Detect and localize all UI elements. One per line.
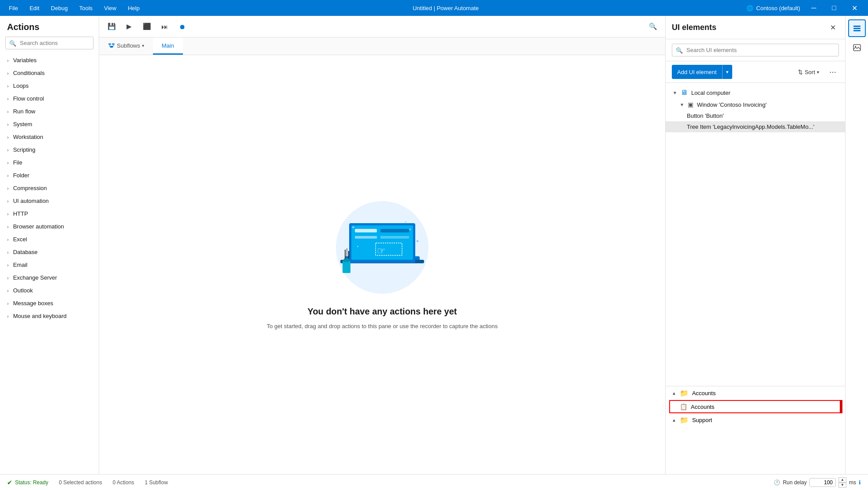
action-item-mouse-keyboard[interactable]: › Mouse and keyboard: [0, 310, 99, 322]
search-input[interactable]: [5, 37, 93, 49]
action-item-workstation[interactable]: › Workstation: [0, 131, 99, 143]
svg-rect-29: [853, 30, 861, 31]
action-item-conditionals[interactable]: › Conditionals: [0, 67, 99, 79]
ui-search-input[interactable]: [672, 44, 839, 56]
run-delay-input[interactable]: [809, 478, 836, 487]
ui-panel-header: UI elements ✕: [666, 16, 845, 39]
tab-main[interactable]: Main: [153, 37, 183, 55]
selected-actions-label: 0 Selected actions: [59, 479, 102, 486]
menu-edit[interactable]: Edit: [24, 3, 45, 13]
ui-search-icon: 🔍: [676, 47, 683, 53]
action-item-exchange-server[interactable]: › Exchange Server: [0, 271, 99, 284]
action-item-database[interactable]: › Database: [0, 246, 99, 258]
svg-text:✦: ✦: [404, 220, 407, 224]
tree-node-local-computer[interactable]: ▼ 🖥 Local computer: [666, 86, 845, 99]
minimize-button[interactable]: ─: [804, 0, 824, 16]
menu-file[interactable]: File: [4, 3, 23, 13]
chevron-icon: ›: [7, 250, 9, 255]
accounts-group-node[interactable]: ▲ 📁 Accounts: [666, 386, 845, 400]
action-item-ui-automation[interactable]: › UI automation: [0, 195, 99, 207]
chevron-icon: ›: [7, 198, 9, 204]
menu-help[interactable]: Help: [123, 3, 145, 13]
more-options-button[interactable]: ⋯: [827, 66, 839, 78]
illustration-svg: ☞ ✦ ✦ ✦ ✦ ✦: [320, 199, 444, 296]
next-button[interactable]: ⏭: [157, 19, 171, 34]
action-item-http[interactable]: › HTTP: [0, 207, 99, 220]
chevron-icon: ›: [7, 160, 9, 165]
action-item-file[interactable]: › File: [0, 156, 99, 169]
svg-rect-27: [853, 26, 861, 27]
sort-label: Sort: [805, 69, 815, 75]
action-label: Database: [13, 249, 38, 255]
action-item-outlook[interactable]: › Outlook: [0, 284, 99, 297]
chevron-icon: ›: [7, 301, 9, 306]
action-label: Flow control: [13, 95, 44, 102]
resize-handle[interactable]: [840, 400, 842, 413]
action-item-excel[interactable]: › Excel: [0, 233, 99, 246]
record-button[interactable]: ⏺: [175, 19, 189, 34]
action-item-email[interactable]: › Email: [0, 258, 99, 271]
delay-down-button[interactable]: ▼: [838, 483, 846, 488]
ui-elements-tree: ▼ 🖥 Local computer ▼ ▣ Window 'Contoso I…: [666, 83, 845, 386]
menu-view[interactable]: View: [99, 3, 122, 13]
empty-illustration: ☞ ✦ ✦ ✦ ✦ ✦: [320, 199, 444, 296]
chevron-icon: ›: [7, 275, 9, 281]
window-controls: ─ □ ✕: [804, 0, 864, 16]
save-button[interactable]: 💾: [104, 19, 119, 34]
tree-node-contoso-window[interactable]: ▼ ▣ Window 'Contoso Invoicing': [666, 99, 845, 110]
action-item-run-flow[interactable]: › Run flow: [0, 105, 99, 118]
actions-panel: Actions 🔍 › Variables › Conditionals › L…: [0, 16, 99, 474]
action-item-message-boxes[interactable]: › Message boxes: [0, 297, 99, 310]
run-button[interactable]: ▶: [122, 19, 136, 34]
accounts-child-node[interactable]: 📋 Accounts: [669, 400, 842, 413]
accounts-section: ▲ 📁 Accounts 📋 Accounts ▲ 📁: [666, 386, 845, 474]
action-item-scripting[interactable]: › Scripting: [0, 143, 99, 156]
add-ui-element-button[interactable]: Add UI element ▾: [672, 65, 732, 79]
status-bar: ✔ Status: Ready 0 Selected actions 0 Act…: [0, 474, 868, 490]
menu-tools[interactable]: Tools: [74, 3, 98, 13]
ui-elements-sidebar-button[interactable]: [848, 19, 866, 37]
action-label: Run flow: [13, 108, 36, 115]
menu-debug[interactable]: Debug: [45, 3, 73, 13]
action-label: Email: [13, 262, 28, 268]
delay-up-button[interactable]: ▲: [838, 477, 846, 483]
actions-title: Actions: [0, 16, 99, 37]
action-item-loops[interactable]: › Loops: [0, 79, 99, 92]
search-icon: 🔍: [9, 40, 16, 46]
sort-button[interactable]: ⇅ Sort ▾: [794, 67, 823, 78]
ui-panel-title: UI elements: [672, 23, 827, 32]
chevron-icon: ›: [7, 211, 9, 217]
delay-info-icon[interactable]: ℹ: [859, 479, 861, 486]
maximize-button[interactable]: □: [824, 0, 844, 16]
action-item-compression[interactable]: › Compression: [0, 182, 99, 195]
delay-unit-label: ms: [849, 479, 856, 486]
run-delay-label: Run delay: [783, 479, 807, 486]
action-item-system[interactable]: › System: [0, 118, 99, 131]
tabs-row: Subflows ▾ Main: [99, 37, 665, 55]
chevron-icon: ›: [7, 58, 9, 63]
action-label: Workstation: [13, 134, 43, 140]
images-sidebar-button[interactable]: [848, 39, 866, 56]
action-label: UI automation: [13, 198, 49, 204]
action-item-variables[interactable]: › Variables: [0, 54, 99, 67]
tree-node-tree-item[interactable]: Tree Item 'LegacyInvoicingApp.Models.Tab…: [666, 121, 845, 132]
action-item-folder[interactable]: › Folder: [0, 169, 99, 182]
menu-bar: File Edit Debug Tools View Help: [4, 3, 145, 13]
stop-button[interactable]: ⬛: [140, 19, 154, 34]
action-item-browser-automation[interactable]: › Browser automation: [0, 220, 99, 233]
sort-icon: ⇅: [798, 69, 803, 75]
chevron-icon: ›: [7, 237, 9, 242]
search-button[interactable]: 🔍: [646, 19, 660, 34]
window-title: Untitled | Power Automate: [145, 5, 747, 11]
close-button[interactable]: ✕: [844, 0, 864, 16]
action-label: Browser automation: [13, 223, 64, 230]
action-label: Folder: [13, 172, 30, 179]
tab-subflows[interactable]: Subflows ▾: [99, 37, 153, 55]
action-item-flow-control[interactable]: › Flow control: [0, 92, 99, 105]
action-label: Loops: [13, 82, 29, 89]
tree-node-button[interactable]: Button 'Button': [666, 110, 845, 121]
support-group-node[interactable]: ▲ 📁 Support: [666, 413, 845, 427]
status-checkmark-icon: ✔: [7, 479, 12, 486]
ui-panel-close-button[interactable]: ✕: [827, 21, 839, 34]
add-ui-element-chevron-icon[interactable]: ▾: [723, 65, 732, 79]
